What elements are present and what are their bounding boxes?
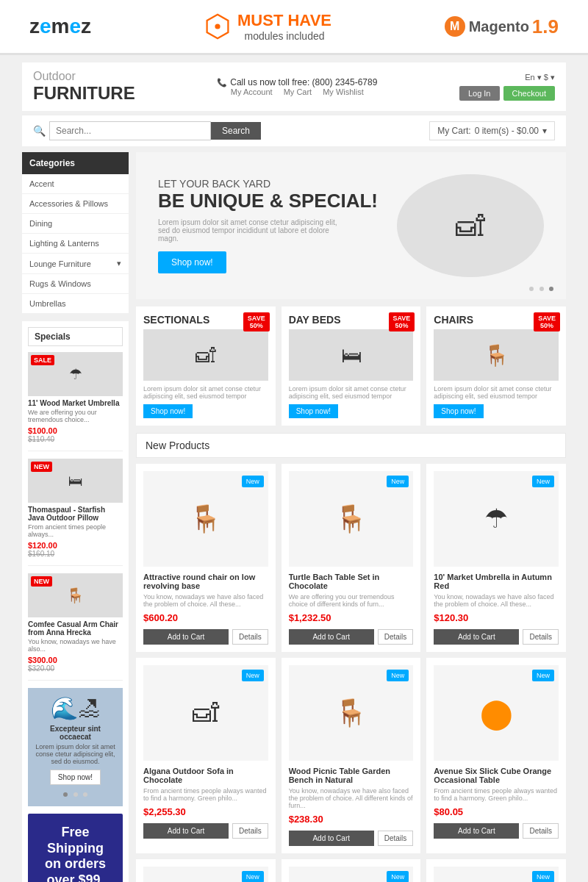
- product-card-5: ⬤ New Avenue Six Slick Cube Orange Occas…: [426, 658, 566, 853]
- search-bar: 🔍 Search My Cart: 0 item(s) - $0.00 ▾: [22, 115, 566, 146]
- sidebar-item-dining[interactable]: Dining: [22, 214, 129, 234]
- details-button-3[interactable]: Details: [232, 823, 268, 839]
- store-brand: Outdoor FURNITURE: [33, 70, 135, 104]
- search-input-wrap: 🔍 Search: [33, 121, 268, 140]
- add-to-cart-button-3[interactable]: Add to Cart: [143, 823, 229, 839]
- cart-info: My Cart: 0 item(s) - $0.00 ▾: [429, 121, 555, 140]
- add-to-cart-button-5[interactable]: Add to Cart: [434, 823, 519, 839]
- product-card-4: 🪑 New Wood Picnic Table Garden Bench in …: [282, 658, 421, 853]
- cat-banner-sectionals: SAVE50% SECTIONALS 🛋 Lorem ipsum dolor s…: [136, 306, 276, 426]
- sidebar-categories: Categories Accent Accessories & Pillows …: [22, 152, 129, 314]
- add-to-cart-button-0[interactable]: Add to Cart: [143, 629, 229, 645]
- hero-image: 🛋: [397, 174, 544, 277]
- search-input[interactable]: [49, 121, 211, 140]
- hexagon-icon: [204, 13, 231, 40]
- magento-logo: Magento 1.9: [445, 15, 559, 38]
- daybeds-shop-button[interactable]: Shop now!: [289, 404, 338, 418]
- add-to-cart-button-2[interactable]: Add to Cart: [434, 629, 519, 645]
- cat-banner-daybeds: SAVE50% DAY BEDS 🛏 Lorem ipsum dolor sit…: [282, 306, 421, 426]
- login-button[interactable]: Log In: [459, 86, 500, 101]
- free-shipping-banner: Free Shipping on orders over $99. The of…: [28, 814, 123, 882]
- zemes-logo: zemez: [29, 15, 91, 38]
- product-card-8: 🪑 New Gloster Horizon Deep Seating Outdo…: [426, 859, 566, 882]
- add-to-cart-button-1[interactable]: Add to Cart: [289, 629, 374, 645]
- product-card-2: ☂ New 10' Market Umbrella in Autumn Red …: [426, 464, 566, 652]
- product-card-7: 🛏 New Anjuna Bed in Chocolate - Zuo Mode…: [282, 859, 421, 882]
- details-button-4[interactable]: Details: [378, 831, 414, 846]
- header-top-right: En ▾ $ ▾ Log In Checkout: [459, 73, 555, 101]
- must-have-badge: MUST HAVE modules included: [204, 11, 331, 42]
- product-card-0: 🪑 New Attractive round chair on low revo…: [136, 464, 276, 652]
- store-nav-links: My Account My Cart My Wishlist: [217, 87, 377, 96]
- categories-title: Categories: [22, 152, 129, 174]
- sidebar-item-accent[interactable]: Accent: [22, 174, 129, 194]
- chairs-shop-button[interactable]: Shop now!: [434, 404, 483, 418]
- magento-icon: [445, 16, 465, 37]
- hero-headline: BE UNIQUE & SPECIAL!: [158, 190, 397, 212]
- new-products-title: New Products: [136, 433, 566, 458]
- sidebar-item-accessories[interactable]: Accessories & Pillows: [22, 194, 129, 214]
- main-content: LET YOUR BACK YARD BE UNIQUE & SPECIAL! …: [136, 152, 566, 882]
- sidebar-item-umbrellas[interactable]: Umbrellas: [22, 294, 129, 314]
- products-grid: 🪑 New Attractive round chair on low revo…: [136, 464, 566, 882]
- category-banners: SAVE50% SECTIONALS 🛋 Lorem ipsum dolor s…: [136, 306, 566, 426]
- sectionals-shop-button[interactable]: Shop now!: [143, 404, 193, 418]
- sidebar-promo-image: 🌊🏖 Excepteur sint occaecat Lorem ipsum d…: [28, 688, 123, 806]
- details-button-0[interactable]: Details: [232, 629, 268, 645]
- sidebar: Categories Accent Accessories & Pillows …: [22, 152, 129, 882]
- sidebar-item-lounge[interactable]: Lounge Furniture ▾: [22, 254, 129, 274]
- hero-desc: Lorem ipsum dolor sit amet conse ctetur …: [158, 218, 342, 243]
- sidebar-item-rugs[interactable]: Rugs & Windows: [22, 274, 129, 294]
- product-card-1: 🪑 New Turtle Bach Table Set in Chocolate…: [282, 464, 421, 652]
- special-item-umbrella: ☂ SALE 11' Wood Market Umbrella We are o…: [28, 352, 123, 451]
- special-item-chair: 🪑 NEW Comfee Casual Arm Chair from Anna …: [28, 573, 123, 681]
- cat-banner-chairs: SAVE50% CHAIRS 🪑 Lorem ipsum dolor sit a…: [426, 306, 566, 426]
- sidebar-item-lighting[interactable]: Lighting & Lanterns: [22, 234, 129, 254]
- store-header: Outdoor FURNITURE 📞Call us now toll free…: [22, 62, 566, 111]
- product-card-3: 🛋 New Algana Outdoor Sofa in Chocolate F…: [136, 658, 276, 853]
- sidebar-specials: Specials ☂ SALE 11' Wood Market Umbrella…: [22, 321, 129, 882]
- top-banner: zemez MUST HAVE modules included Magento…: [0, 0, 588, 55]
- svg-point-1: [215, 24, 220, 29]
- hero-tagline: LET YOUR BACK YARD: [158, 178, 397, 190]
- checkout-button[interactable]: Checkout: [503, 86, 555, 101]
- details-button-1[interactable]: Details: [378, 629, 414, 645]
- product-card-6: 🍽 New Cafe Dinette Table Silver Swirl We…: [136, 859, 276, 882]
- main-wrapper: Outdoor FURNITURE 📞Call us now toll free…: [0, 55, 588, 882]
- add-to-cart-button-4[interactable]: Add to Cart: [289, 831, 374, 846]
- sidebar-shop-now-button[interactable]: Shop now!: [50, 770, 101, 785]
- details-button-5[interactable]: Details: [523, 823, 559, 839]
- store-contact: 📞Call us now toll free: (800) 2345-6789 …: [217, 77, 377, 96]
- categories-list: Accent Accessories & Pillows Dining Ligh…: [22, 174, 129, 314]
- search-magnifier-icon: 🔍: [33, 125, 46, 137]
- hero-banner: LET YOUR BACK YARD BE UNIQUE & SPECIAL! …: [136, 152, 566, 299]
- hero-shop-now-button[interactable]: Shop now!: [158, 251, 226, 273]
- details-button-2[interactable]: Details: [523, 629, 559, 645]
- specials-title: Specials: [28, 327, 123, 346]
- special-item-pillow: 🛏 NEW Thomaspaul - Starfish Java Outdoor…: [28, 459, 123, 566]
- content-area: Categories Accent Accessories & Pillows …: [22, 152, 566, 882]
- lang-selector[interactable]: En ▾ $ ▾: [525, 73, 555, 82]
- search-button[interactable]: Search: [211, 122, 261, 140]
